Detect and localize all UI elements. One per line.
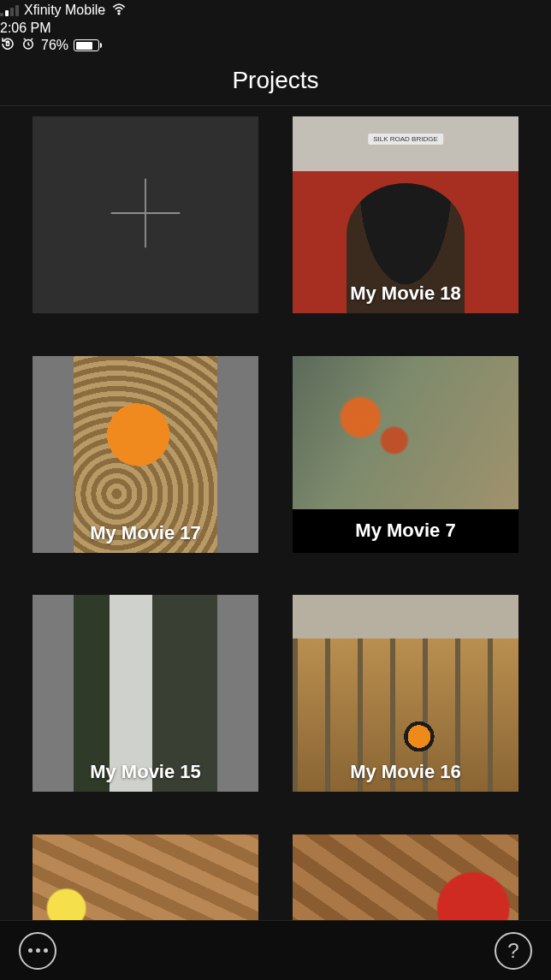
status-right: 76% — [0, 36, 551, 55]
project-tile[interactable]: My Movie 17 — [33, 356, 258, 553]
project-title: My Movie 16 — [293, 761, 518, 783]
project-thumbnail — [293, 356, 518, 509]
orientation-lock-icon — [0, 36, 15, 55]
project-tile[interactable]: SILK ROAD BRIDGE My Movie 18 — [293, 116, 518, 313]
project-tile[interactable]: My Movie 16 — [293, 595, 518, 792]
projects-grid: SILK ROAD BRIDGE My Movie 18 My Movie 17… — [0, 106, 551, 941]
project-tile[interactable]: My Movie 15 — [33, 595, 258, 792]
project-thumbnail — [293, 834, 518, 933]
carrier-label: Xfinity Mobile — [24, 3, 105, 18]
battery-icon — [74, 39, 99, 51]
project-title: My Movie 15 — [33, 761, 258, 783]
battery-percent: 76% — [41, 38, 68, 53]
create-project-button[interactable] — [33, 116, 258, 313]
help-button[interactable]: ? — [495, 932, 532, 970]
cellular-signal-icon — [0, 4, 19, 16]
bottom-toolbar: ? — [0, 920, 551, 980]
page-title: Projects — [232, 67, 318, 94]
svg-point-0 — [118, 13, 120, 15]
project-tile[interactable]: My Movie 7 — [293, 356, 518, 553]
project-title: My Movie 7 — [355, 509, 455, 553]
plus-icon — [104, 172, 187, 258]
status-bar: Xfinity Mobile 2:06 PM 76% — [0, 0, 551, 55]
project-thumbnail — [33, 834, 258, 933]
more-options-button[interactable] — [19, 932, 56, 970]
wifi-icon — [110, 0, 127, 21]
ellipsis-icon — [28, 948, 48, 953]
question-icon: ? — [507, 939, 518, 963]
status-left: Xfinity Mobile — [0, 0, 551, 21]
status-time: 2:06 PM — [0, 21, 551, 36]
project-tile[interactable] — [293, 834, 518, 933]
project-tile[interactable] — [33, 834, 258, 933]
project-title: My Movie 18 — [293, 282, 518, 305]
header: Projects — [0, 55, 551, 106]
alarm-icon — [21, 36, 36, 55]
project-title: My Movie 17 — [33, 522, 258, 544]
